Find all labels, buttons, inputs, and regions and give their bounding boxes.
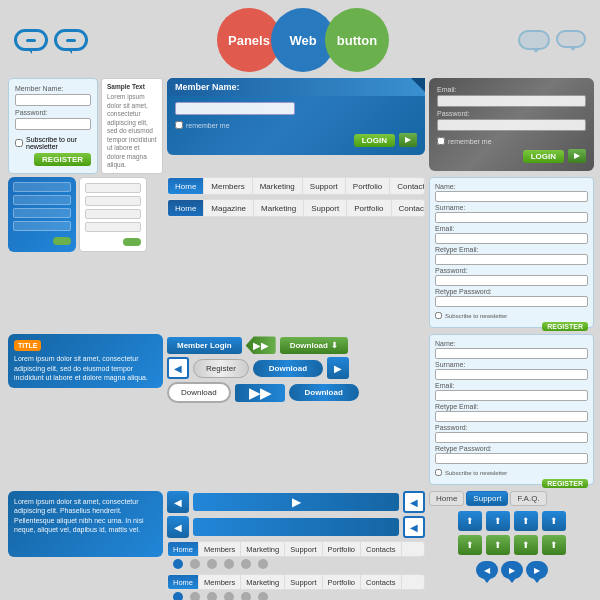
retype-password-label-2: Retype Password: <box>435 445 588 452</box>
wfield4[interactable] <box>85 222 141 232</box>
icon-btn-row-2: ⬆ ⬆ ⬆ ⬆ <box>429 535 594 555</box>
nav-support-d2[interactable]: Support <box>285 575 322 589</box>
nav-contacts-d2[interactable]: Contacts <box>361 575 402 589</box>
nav-home-d2[interactable]: Home <box>168 575 199 589</box>
wfield1[interactable] <box>85 183 141 193</box>
blue-login-panel: Member Name: remember me LOGIN ▶ <box>167 78 425 155</box>
password-label: Password: <box>15 109 91 116</box>
icon-btn-up-g4[interactable]: ⬆ <box>542 535 566 555</box>
email-input[interactable] <box>437 95 586 107</box>
login-button-dark[interactable]: LOGIN <box>523 150 564 163</box>
subscribe-checkbox3[interactable] <box>435 469 442 476</box>
arrow-back2[interactable]: ◀ <box>167 516 189 538</box>
faq-support[interactable]: Support <box>466 491 508 506</box>
icon-btn-up-1[interactable]: ⬆ <box>458 511 482 531</box>
nav-portfolio-d2[interactable]: Portfolio <box>323 575 362 589</box>
field2[interactable] <box>13 195 71 205</box>
nav-marketing-2[interactable]: Marketing <box>254 200 304 216</box>
nav-portfolio-2[interactable]: Portfolio <box>347 200 391 216</box>
member-login-btn[interactable]: Member Login <box>167 337 242 354</box>
nav-home-d1[interactable]: Home <box>168 542 199 556</box>
field4[interactable] <box>13 221 71 231</box>
col-right-r4: Home Support F.A.Q. ⬆ ⬆ ⬆ ⬆ ⬆ ⬆ ⬆ ⬆ ◀ ▶ … <box>429 491 594 600</box>
arrow-left-white[interactable]: ◀ <box>167 357 189 379</box>
nav-home-2[interactable]: Home <box>168 200 204 216</box>
download-btn-4[interactable]: Download <box>289 384 359 401</box>
icon-btn-up-2[interactable]: ⬆ <box>486 511 510 531</box>
wfield2[interactable] <box>85 196 141 206</box>
download-btn-2[interactable]: Download <box>253 360 323 377</box>
nav-contacts-d1[interactable]: Contacts <box>361 542 402 556</box>
name-input[interactable] <box>435 191 588 202</box>
nav-marketing-d2[interactable]: Marketing <box>241 575 285 589</box>
retype-password-input-2[interactable] <box>435 453 588 464</box>
icon-btn-up-3[interactable]: ⬆ <box>514 511 538 531</box>
nav-portfolio-1[interactable]: Portfolio <box>346 178 390 194</box>
subscribe-checkbox[interactable] <box>15 139 23 147</box>
nav-contacts-2[interactable]: Contacts <box>392 200 425 216</box>
name-input-2[interactable] <box>435 348 588 359</box>
header-icons-left <box>14 29 88 51</box>
nav-home-1[interactable]: Home <box>168 178 204 194</box>
login-button-blue[interactable]: LOGIN <box>354 134 395 147</box>
icon-btn-up-g2[interactable]: ⬆ <box>486 535 510 555</box>
wfield3[interactable] <box>85 209 141 219</box>
nav-magazine-2[interactable]: Magazine <box>204 200 254 216</box>
register-button[interactable]: REGISTER <box>34 153 91 166</box>
remember-checkbox[interactable] <box>175 121 183 129</box>
subscribe-checkbox2[interactable] <box>435 312 442 319</box>
blue-chevron-bar: ▶▶ <box>235 384 285 402</box>
nav-support-2[interactable]: Support <box>304 200 347 216</box>
arrow-fwd-white2[interactable]: ◀ <box>403 516 425 538</box>
nav-marketing-d1[interactable]: Marketing <box>241 542 285 556</box>
nav-members-d1[interactable]: Members <box>199 542 241 556</box>
password-input2[interactable] <box>435 275 588 286</box>
icon-btn-up-g1[interactable]: ⬆ <box>458 535 482 555</box>
bubble-right-b2[interactable]: ▶ <box>526 561 548 579</box>
field3[interactable] <box>13 208 71 218</box>
arrow-fwd-white[interactable]: ◀ <box>403 491 425 513</box>
nav-support-d1[interactable]: Support <box>285 542 322 556</box>
member-name-input[interactable] <box>15 94 91 106</box>
member-name-label: Member Name: <box>15 85 91 92</box>
register-btn-round[interactable]: Register <box>193 359 249 378</box>
dark-login-panel: Email: Password: remember me LOGIN ▶ <box>429 78 594 171</box>
email-label: Email: <box>437 86 586 93</box>
password-input-3[interactable] <box>435 432 588 443</box>
nav-support-1[interactable]: Support <box>303 178 346 194</box>
arrow-back[interactable]: ◀ <box>167 491 189 513</box>
register-btn3[interactable]: REGISTER <box>542 479 588 488</box>
green-submit-white[interactable] <box>123 238 141 246</box>
surname-input-2[interactable] <box>435 369 588 380</box>
surname-input[interactable] <box>435 212 588 223</box>
retype-email-input-2[interactable] <box>435 411 588 422</box>
field1[interactable] <box>13 182 71 192</box>
icon-btn-up-4[interactable]: ⬆ <box>542 511 566 531</box>
nav-members-1[interactable]: Members <box>204 178 252 194</box>
register-btn2[interactable]: REGISTER <box>542 322 588 331</box>
nav-marketing-1[interactable]: Marketing <box>253 178 303 194</box>
nav-portfolio-d1[interactable]: Portfolio <box>323 542 362 556</box>
remember-checkbox-dark[interactable] <box>437 137 445 145</box>
email-input-3[interactable] <box>435 390 588 401</box>
arrow-right-blue[interactable]: ▶ <box>327 357 349 379</box>
password-input[interactable] <box>15 118 91 130</box>
circle-button: button <box>325 8 389 72</box>
member-name-blue-input[interactable] <box>175 102 295 115</box>
retype-email-input[interactable] <box>435 254 588 265</box>
download-btn-3[interactable]: Download <box>167 382 231 403</box>
faq-home[interactable]: Home <box>429 491 464 506</box>
nav-members-d2[interactable]: Members <box>199 575 241 589</box>
nav-contacts-1[interactable]: Contacts <box>390 178 425 194</box>
info-body: Lorem ipsum dolor sit amet, consectetur … <box>14 354 157 381</box>
download-btn-1[interactable]: Download ⬇ <box>280 337 348 354</box>
retype-password-input[interactable] <box>435 296 588 307</box>
password-input-dark[interactable] <box>437 119 586 131</box>
bubble-left-b[interactable]: ◀ <box>476 561 498 579</box>
icon-btn-up-g3[interactable]: ⬆ <box>514 535 538 555</box>
email-input2[interactable] <box>435 233 588 244</box>
subscribe-row2: Subscribe to newsletter <box>435 312 588 319</box>
green-submit[interactable] <box>53 237 71 245</box>
faq-faq[interactable]: F.A.Q. <box>510 491 546 506</box>
bubble-right-b[interactable]: ▶ <box>501 561 523 579</box>
